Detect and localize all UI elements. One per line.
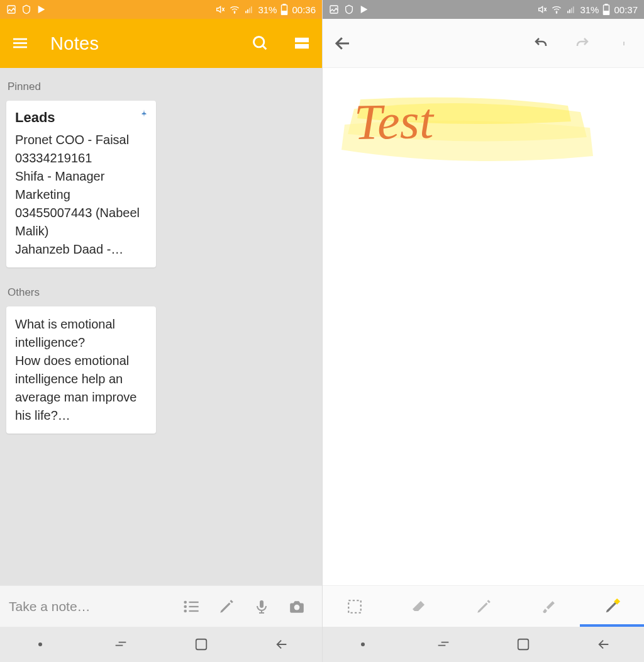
redo-icon (571, 32, 594, 55)
svg-rect-9 (13, 38, 27, 40)
take-note-input[interactable]: Take a note… (9, 599, 172, 614)
svg-rect-29 (570, 9, 571, 13)
pin-icon (140, 107, 148, 120)
svg-rect-33 (606, 4, 608, 5)
undo-icon[interactable] (530, 32, 552, 55)
svg-line-13 (263, 46, 267, 50)
status-bar: 31% 00:36 (0, 0, 322, 19)
highlighter-tool[interactable] (580, 586, 644, 627)
wifi-icon (229, 4, 240, 14)
svg-point-18 (184, 605, 187, 608)
image-icon (329, 4, 339, 14)
mute-icon (537, 4, 547, 14)
pinned-note-card[interactable]: Leads Pronet COO - Faisal 03334219161 Sh… (6, 101, 156, 267)
nav-home[interactable] (504, 632, 542, 657)
wifi-icon (551, 4, 562, 14)
others-section-label: Others (8, 286, 314, 299)
svg-rect-22 (260, 600, 264, 608)
nav-back[interactable] (263, 632, 301, 657)
other-note-card[interactable]: What is emotional intelligence? How does… (6, 306, 156, 434)
drawing-canvas[interactable]: Test (323, 68, 644, 585)
svg-rect-41 (518, 639, 529, 650)
svg-rect-4 (249, 8, 250, 13)
svg-rect-3 (248, 9, 249, 13)
svg-point-12 (254, 37, 264, 47)
shield-icon (344, 4, 354, 14)
nav-dot[interactable] (21, 632, 59, 657)
list-icon[interactable] (175, 595, 208, 618)
image-icon (6, 4, 16, 14)
nav-bar (0, 627, 322, 662)
svg-point-35 (623, 42, 624, 42)
svg-point-20 (184, 609, 187, 612)
svg-point-24 (38, 642, 42, 646)
select-tool[interactable] (323, 586, 387, 627)
play-icon (36, 4, 47, 14)
shield-icon (21, 4, 31, 14)
svg-rect-19 (189, 605, 199, 607)
svg-point-16 (184, 600, 187, 603)
notes-content: Pinned Leads Pronet COO - Faisal 0333421… (0, 68, 322, 585)
handwritten-text: Test (353, 93, 434, 151)
note-title: Leads (15, 109, 147, 126)
svg-rect-17 (189, 601, 199, 602)
battery-percent: 31% (580, 4, 599, 15)
search-icon[interactable] (249, 32, 272, 55)
appbar: Notes (0, 19, 322, 68)
pinned-section-label: Pinned (8, 81, 314, 93)
left-screenshot: 31% 00:36 Notes Pinned Leads Pronet COO … (0, 0, 322, 662)
play-icon (359, 4, 369, 14)
battery-icon (602, 4, 610, 15)
right-screenshot: 31% 00:37 Test (322, 0, 644, 662)
camera-icon[interactable] (280, 595, 313, 618)
svg-rect-21 (189, 610, 199, 611)
svg-rect-31 (573, 6, 574, 13)
svg-point-37 (623, 44, 624, 45)
svg-point-36 (623, 43, 624, 43)
page-title: Notes (50, 33, 230, 54)
clock-text: 00:37 (614, 4, 638, 15)
pen-icon[interactable] (210, 595, 243, 618)
bottom-input-bar: Take a note… (0, 585, 322, 627)
svg-rect-30 (571, 8, 572, 13)
nav-home[interactable] (182, 632, 220, 657)
more-icon[interactable] (613, 32, 635, 55)
signal-icon (566, 5, 576, 14)
svg-rect-38 (348, 600, 361, 613)
view-toggle-icon[interactable] (291, 32, 313, 55)
svg-point-1 (235, 13, 235, 13)
pen-tool[interactable] (451, 586, 515, 627)
svg-rect-7 (284, 4, 286, 5)
svg-rect-10 (13, 42, 27, 44)
nav-recents[interactable] (102, 632, 140, 657)
svg-point-23 (294, 604, 300, 610)
svg-rect-8 (282, 11, 287, 14)
battery-icon (280, 4, 288, 15)
drawing-appbar (323, 19, 644, 68)
svg-rect-11 (13, 47, 27, 48)
nav-dot[interactable] (344, 632, 382, 657)
status-bar: 31% 00:37 (323, 0, 644, 19)
svg-point-27 (557, 13, 557, 13)
mute-icon (215, 4, 225, 14)
drawing-toolbar (323, 585, 644, 627)
svg-rect-5 (251, 6, 252, 13)
mic-icon[interactable] (245, 595, 278, 618)
note-body: Pronet COO - Faisal 03334219161 Shifa - … (15, 131, 147, 259)
svg-rect-2 (246, 11, 247, 13)
back-arrow-icon[interactable] (331, 32, 354, 55)
clock-text: 00:36 (292, 4, 316, 15)
nav-back[interactable] (585, 632, 623, 657)
nav-recents[interactable] (425, 632, 462, 657)
svg-rect-25 (196, 639, 207, 650)
brush-tool[interactable] (516, 586, 580, 627)
svg-rect-15 (295, 44, 309, 48)
eraser-tool[interactable] (387, 586, 451, 627)
battery-percent: 31% (258, 4, 277, 15)
svg-point-40 (361, 642, 365, 646)
nav-bar (323, 627, 644, 662)
signal-icon (244, 5, 254, 14)
svg-rect-34 (604, 11, 609, 14)
svg-rect-14 (295, 38, 309, 42)
hamburger-icon[interactable] (9, 32, 31, 55)
